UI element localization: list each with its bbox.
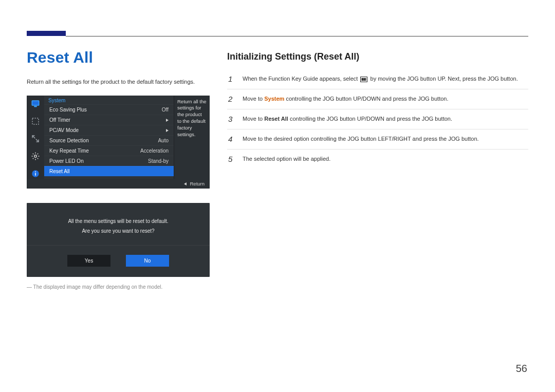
osd-return-label: Return [190,181,205,186]
step-5: 5 The selected option will be applied. [227,150,528,169]
svg-rect-6 [35,171,36,172]
steps-list: 1 When the Function Key Guide appears, s… [227,69,528,169]
menu-box-icon [360,77,367,82]
step-2: 2 Move to System controlling the JOG but… [227,89,528,109]
svg-rect-10 [365,78,366,80]
resize-icon [30,134,41,144]
chevron-right-icon [166,117,169,123]
confirm-message-2: Are you sure you want to reset? [27,226,210,236]
svg-rect-8 [362,78,363,80]
step-text: The selected option will be applied. [243,155,527,164]
osd-confirm-dialog-screenshot: All the menu settings will be reset to d… [27,203,210,277]
osd-side-icons [27,96,44,179]
header-accent-bar [27,31,66,36]
svg-point-3 [34,155,37,157]
osd-row-label: Source Detection [49,138,89,143]
osd-row-value: Off [162,107,169,113]
chevron-left-icon [184,182,187,185]
osd-row-value: Stand-by [148,158,169,164]
step-text: Move to the desired option controlling t… [243,135,527,144]
svg-rect-0 [32,101,39,105]
osd-row-powerled: Power LED OnStand-by [44,156,174,166]
step-fragment: controlling the JOG button UP/DOWN and p… [284,96,448,102]
step-fragment: by moving the JOG button UP. Next, press… [371,76,518,82]
monitor-icon [30,99,41,109]
osd-row-label: Reset All [49,169,69,174]
step-text: Move to Reset All controlling the JOG bu… [243,115,527,124]
step-number: 1 [228,74,243,84]
step-fragment: Move to [243,96,264,102]
gear-icon [30,151,41,161]
osd-row-source: Source DetectionAuto [44,135,174,145]
chevron-right-icon [166,127,169,133]
osd-system-menu-screenshot: System Eco Saving PlusOff Off Timer PC/A… [27,96,210,189]
step-number: 4 [228,135,243,144]
step-fragment: controlling the JOG button UP/DOWN and p… [288,116,452,122]
step-fragment: Move to [243,116,264,122]
step-number: 2 [228,95,243,104]
svg-rect-9 [364,78,365,80]
header-rule [66,36,528,36]
osd-row-label: Eco Saving Plus [49,107,87,113]
step-number: 5 [228,155,243,164]
step-4: 4 Move to the desired option controlling… [227,129,528,150]
info-icon [30,169,41,179]
page-number: 56 [516,363,527,375]
osd-row-label: PC/AV Mode [49,127,79,133]
section-heading: Initializing Settings (Reset All) [227,51,528,62]
footnote: The displayed image may differ depending… [27,284,212,290]
step-fragment: When the Function Key Guide appears, sel… [243,76,359,82]
osd-main-list: System Eco Saving PlusOff Off Timer PC/A… [44,96,174,179]
osd-row-label: Off Timer [49,117,70,123]
intro-text: Return all the settings for the product … [27,78,212,86]
svg-rect-1 [34,106,37,107]
osd-menu-title: System [44,96,174,104]
keyword-reset-all: Reset All [264,116,288,122]
osd-row-offtimer: Off Timer [44,115,174,125]
step-3: 3 Move to Reset All controlling the JOG … [227,109,528,129]
osd-row-label: Key Repeat Time [49,148,89,154]
step-text: When the Function Key Guide appears, sel… [243,74,527,84]
step-number: 3 [228,115,243,124]
confirm-message-1: All the menu settings will be reset to d… [27,216,210,226]
confirm-yes-button: Yes [67,255,110,267]
osd-return-bar: Return [27,179,210,189]
step-text: Move to System controlling the JOG butto… [243,95,527,104]
osd-row-label: Power LED On [49,158,84,164]
osd-row-keyrepeat: Key Repeat TimeAcceleration [44,145,174,156]
keyword-system: System [264,96,284,102]
svg-rect-5 [35,173,36,175]
frame-icon [30,116,41,126]
osd-row-value: Acceleration [140,148,169,154]
page-title: Reset All [27,49,212,66]
osd-row-pcav: PC/AV Mode [44,125,174,135]
osd-row-resetall-selected: Reset All [44,166,174,176]
confirm-no-button-selected: No [126,255,169,267]
svg-rect-2 [32,118,39,124]
osd-row-eco: Eco Saving PlusOff [44,104,174,115]
osd-help-panel: Return all the settings for the product … [174,96,210,179]
step-1: 1 When the Function Key Guide appears, s… [227,69,528,89]
osd-row-value: Auto [158,138,169,143]
